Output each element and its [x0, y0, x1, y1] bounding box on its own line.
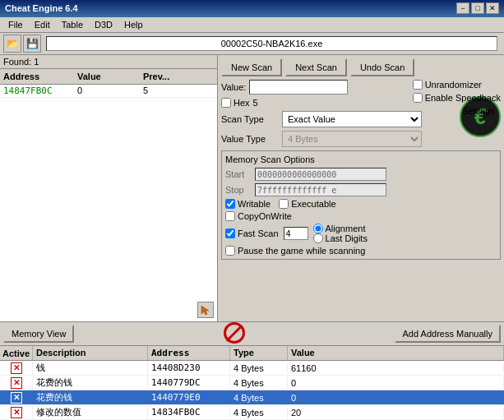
x-icon-1: ✕ [11, 362, 22, 374]
memory-view-button[interactable]: Memory View [3, 325, 74, 343]
copyonwrite-checkbox[interactable] [225, 211, 235, 221]
alignment-radio[interactable] [313, 224, 323, 233]
addr-header-address: Address [148, 346, 230, 360]
start-label: Start [225, 169, 252, 179]
addr-cell-value-1: 61160 [288, 362, 504, 374]
fast-scan-row: Fast Scan Alignment Last Digits [225, 224, 497, 243]
menu-edit[interactable]: Edit [30, 18, 55, 31]
main-content: Found: 1 Address Value Prev... 14847FB0C… [0, 55, 504, 321]
menu-file[interactable]: File [3, 18, 28, 31]
pointer-icon[interactable] [197, 302, 214, 318]
pause-checkbox[interactable] [225, 246, 235, 256]
addr-row-4[interactable]: ✕ 修改的数值 14834FB0C 4 Bytes 20 [0, 405, 504, 420]
x-icon-2: ✕ [11, 377, 22, 389]
writable-label[interactable]: Writable [225, 199, 270, 209]
right-options: Unrandomizer Enable Speedhack [413, 80, 501, 103]
scan-cell-value: 0 [74, 85, 140, 97]
executable-label[interactable]: Executable [279, 199, 335, 209]
speedhack-label[interactable]: Enable Speedhack [413, 93, 501, 103]
scan-list-row[interactable]: 14847FB0C 0 5 [0, 85, 217, 98]
menu-d3d[interactable]: D3D [90, 18, 118, 31]
addr-cell-active-3: ✕ [0, 391, 33, 404]
address-list-header: Active Description Address Type Value [0, 346, 504, 361]
addr-cell-type-1: 4 Bytes [230, 362, 288, 374]
addr-cell-address-1: 14408D230 [148, 362, 230, 374]
speedhack-text: Enable Speedhack [425, 93, 501, 103]
menu-help[interactable]: Help [119, 18, 148, 31]
addr-cell-active-1: ✕ [0, 362, 33, 375]
addr-cell-value-2: 0 [288, 377, 504, 389]
addr-cell-active-2: ✕ [0, 376, 33, 390]
address-bar: 00002C50-NBA2K16.exe [46, 36, 497, 51]
add-address-button[interactable]: Add Address Manually [395, 325, 501, 343]
addr-cell-type-2: 4 Bytes [230, 377, 288, 389]
settings-label[interactable]: Settings [458, 106, 499, 116]
bottom-left: Memory View [3, 325, 74, 343]
title-bar: Cheat Engine 6.4 − □ ✕ [0, 0, 504, 17]
unrandomizer-checkbox[interactable] [413, 80, 423, 90]
speedhack-checkbox[interactable] [413, 93, 423, 103]
address-list-section: Active Description Address Type Value ✕ … [0, 345, 504, 420]
copyonwrite-text: CopyOnWrite [238, 211, 292, 221]
menu-table[interactable]: Table [57, 18, 88, 31]
fast-scan-label[interactable]: Fast Scan [225, 228, 279, 238]
start-input[interactable] [255, 168, 386, 181]
fast-scan-input[interactable] [284, 227, 308, 240]
menu-bar: File Edit Table D3D Help [0, 17, 504, 33]
writable-text: Writable [238, 199, 270, 209]
scan-header-address: Address [0, 70, 74, 83]
stop-label: Stop [225, 185, 252, 195]
stop-input[interactable] [255, 183, 386, 196]
addr-cell-type-4: 4 Bytes [230, 407, 288, 418]
next-scan-button[interactable]: Next Scan [285, 58, 347, 76]
new-scan-button[interactable]: New Scan [221, 58, 282, 76]
memory-scan-box: Memory Scan Options Start Stop Writable [221, 150, 501, 260]
fast-scan-text: Fast Scan [238, 228, 279, 238]
x-icon-3: ✕ [11, 392, 22, 404]
executable-checkbox[interactable] [279, 199, 289, 209]
alignment-radio-label[interactable]: Alignment [313, 224, 368, 233]
scan-cell-prev: 5 [140, 85, 206, 97]
fast-scan-checkbox[interactable] [225, 228, 235, 238]
copyonwrite-label[interactable]: CopyOnWrite [225, 211, 292, 221]
addr-header-value: Value [288, 346, 504, 360]
close-button[interactable]: ✕ [486, 2, 499, 14]
memory-scan-title: Memory Scan Options [225, 155, 497, 164]
value-type-row: Value Type 4 Bytes Byte 2 Bytes 8 Bytes … [221, 131, 501, 147]
addr-header-active: Active [0, 346, 33, 360]
unrandomizer-label[interactable]: Unrandomizer [413, 80, 501, 90]
hex-checkbox-label[interactable]: Hex [221, 98, 250, 108]
start-row: Start [225, 168, 497, 181]
open-button[interactable]: 📂 [3, 35, 21, 53]
writable-checkbox[interactable] [225, 199, 235, 209]
lastdigits-radio[interactable] [313, 233, 323, 243]
address-list-body[interactable]: ✕ 钱 14408D230 4 Bytes 61160 ✕ 花费的钱 14407… [0, 361, 504, 420]
scan-cell-address: 14847FB0C [0, 85, 74, 97]
hex-checkbox[interactable] [221, 98, 231, 108]
lastdigits-radio-label[interactable]: Last Digits [313, 233, 368, 243]
addr-row-2[interactable]: ✕ 花费的钱 1440779DC 4 Bytes 0 [0, 376, 504, 390]
addr-row-3[interactable]: ✕ 花费的钱 1440779E0 4 Bytes 0 [0, 390, 504, 405]
left-panel: Found: 1 Address Value Prev... 14847FB0C… [0, 55, 218, 321]
scan-type-dropdown[interactable]: Exact Value Bigger than... Smaller than.… [282, 111, 422, 127]
save-button[interactable]: 💾 [23, 35, 41, 53]
mem-checkboxes-2: CopyOnWrite [225, 211, 497, 221]
addr-cell-type-3: 4 Bytes [230, 392, 288, 404]
scan-header-value: Value [74, 70, 140, 83]
undo-scan-button[interactable]: Undo Scan [350, 58, 414, 76]
addr-cell-desc-4: 修改的数值 [33, 405, 148, 419]
value-type-dropdown[interactable]: 4 Bytes Byte 2 Bytes 8 Bytes Float Doubl… [282, 131, 422, 147]
pause-text: Pause the game while scanning [238, 246, 365, 256]
maximize-button[interactable]: □ [471, 2, 484, 14]
scan-list[interactable]: 14847FB0C 0 5 [0, 85, 217, 321]
addr-cell-value-3: 0 [288, 392, 504, 404]
addr-cell-address-4: 14834FB0C [148, 406, 230, 418]
scan-header-prev: Prev... [140, 70, 206, 83]
value-input[interactable] [249, 80, 348, 95]
stop-button[interactable] [224, 322, 245, 345]
addr-cell-active-4: ✕ [0, 406, 33, 419]
x-icon-4: ✕ [11, 407, 22, 418]
minimize-button[interactable]: − [456, 2, 469, 14]
lastdigits-text: Last Digits [326, 233, 368, 243]
addr-row-1[interactable]: ✕ 钱 14408D230 4 Bytes 61160 [0, 361, 504, 376]
